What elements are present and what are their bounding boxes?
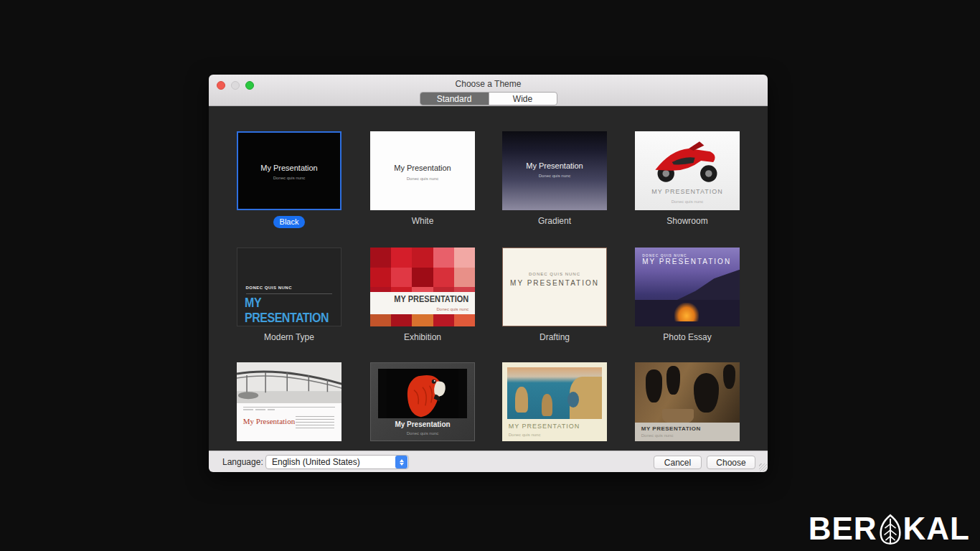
- sea-stack: [542, 394, 553, 415]
- thumb-title: MY PRESENTATION: [641, 425, 701, 432]
- bowl: [662, 409, 694, 422]
- theme-label-gradient: Gradient: [502, 216, 607, 226]
- thumb-subtitle: Donec quis nunc: [370, 176, 475, 181]
- theme-thumb-exhibition[interactable]: MY PRESENTATION Donec quis nunc: [370, 248, 475, 326]
- thumb-subtitle: Donec quis nunc: [371, 431, 474, 435]
- zoom-button[interactable]: [245, 81, 254, 90]
- thumb-title: MY PRESENTATION: [503, 279, 606, 287]
- tab-standard[interactable]: Standard: [420, 93, 489, 105]
- vase: [694, 373, 719, 413]
- thumb-title: MY PRESENTATION: [394, 294, 468, 303]
- coast-image: [507, 367, 601, 420]
- thumb-title: My Presentation: [502, 161, 607, 170]
- vase: [666, 366, 680, 395]
- dropdown-arrows-icon: [395, 456, 407, 468]
- thumb-subtitle: Donec quis nunc: [641, 433, 733, 438]
- language-label: Language:: [222, 457, 263, 467]
- thumb-subtitle: Donec quis nunc: [635, 199, 740, 204]
- theme-label-white: White: [370, 216, 475, 226]
- size-segmented-control: Standard Wide: [420, 92, 557, 105]
- thumb-kicker: DONEC QUIS NUNC: [642, 253, 687, 258]
- sea-stack: [515, 387, 528, 413]
- thumb-subtitle: Donec quis nunc: [509, 433, 600, 437]
- body-text-block: [296, 416, 334, 430]
- thumb-subtitle: Donec quis nunc: [238, 176, 340, 180]
- divider: [243, 407, 335, 408]
- window-title: Choose a Theme: [209, 75, 768, 89]
- choose-button[interactable]: Choose: [707, 456, 755, 469]
- theme-thumb-coastal[interactable]: MY PRESENTATION Donec quis nunc: [502, 362, 607, 441]
- language-value: English (United States): [266, 457, 395, 467]
- thumb-title: MY PRESENTATION: [635, 188, 740, 195]
- leaf-icon: [878, 514, 903, 545]
- thumb-subtitle: Donec quis nunc: [370, 307, 468, 311]
- cancel-button[interactable]: Cancel: [654, 456, 702, 469]
- watermark-text-right: KAL: [903, 511, 970, 547]
- theme-label-showroom: Showroom: [635, 216, 740, 226]
- vase: [723, 364, 736, 388]
- thumb-title: My Presentation: [370, 164, 475, 172]
- red-mosaic-image: [370, 248, 475, 326]
- glowing-tent: [674, 303, 699, 321]
- selected-theme-badge: Black: [273, 216, 306, 228]
- watermark-text-left: BER: [809, 511, 877, 547]
- resize-grip[interactable]: [759, 463, 767, 471]
- dialog-footer: Language: English (United States) Cancel…: [209, 451, 768, 472]
- divider: [246, 293, 333, 294]
- berokal-watermark: BER KAL: [809, 511, 970, 547]
- thumb-title: My Presentation: [243, 417, 295, 425]
- thumb-title: MY PRESENTATION: [509, 423, 580, 430]
- minimize-button[interactable]: [231, 81, 240, 90]
- theme-thumb-drafting[interactable]: DONEC QUIS NUNC MY PRESENTATION: [502, 248, 607, 326]
- theme-grid: My Presentation Donec quis nunc My Prese…: [209, 106, 768, 451]
- thumb-title: My Presentation: [238, 164, 340, 172]
- pottery-image: [635, 362, 740, 423]
- parrot-photo-frame: [378, 369, 467, 418]
- tiny-caption: [243, 409, 275, 410]
- thumb-kicker: DONEC QUIS NUNC: [246, 286, 293, 290]
- theme-thumb-artisan[interactable]: MY PRESENTATION Donec quis nunc: [635, 362, 740, 441]
- choose-theme-dialog: Choose a Theme Standard Wide My Presenta…: [209, 75, 768, 472]
- tab-wide[interactable]: Wide: [489, 93, 557, 105]
- theme-thumb-white[interactable]: My Presentation Donec quis nunc: [370, 131, 475, 210]
- thumb-title: My Presentation: [371, 420, 474, 428]
- parrot-image: [378, 369, 467, 418]
- theme-thumb-editorial[interactable]: My Presentation: [237, 362, 341, 441]
- vase: [646, 369, 662, 402]
- theme-thumb-black[interactable]: My Presentation Donec quis nunc: [237, 131, 341, 210]
- thumb-title: MY PRESENTATION: [245, 296, 341, 325]
- theme-label-black: Black: [237, 216, 341, 228]
- title-bar: Choose a Theme Standard Wide: [209, 75, 768, 106]
- theme-label-photo-essay: Photo Essay: [635, 332, 740, 342]
- theme-label-modern-type: Modern Type: [237, 332, 341, 342]
- language-dropdown[interactable]: English (United States): [265, 455, 409, 469]
- theme-label-exhibition: Exhibition: [370, 332, 475, 342]
- thumb-kicker: DONEC QUIS NUNC: [503, 272, 606, 276]
- theme-thumb-modern-type[interactable]: DONEC QUIS NUNC MY PRESENTATION: [237, 248, 341, 326]
- theme-thumb-showroom[interactable]: MY PRESENTATION Donec quis nunc: [635, 131, 740, 210]
- theme-thumb-gradient[interactable]: My Presentation Donec quis nunc: [502, 131, 607, 210]
- theme-thumb-photo-essay[interactable]: DONEC QUIS NUNC MY PRESENTATION: [635, 248, 740, 326]
- theme-thumb-photo-portfolio[interactable]: My Presentation Donec quis nunc: [370, 362, 475, 441]
- thumb-subtitle: Donec quis nunc: [502, 174, 607, 178]
- close-button[interactable]: [217, 81, 225, 90]
- thumb-title: MY PRESENTATION: [642, 258, 731, 265]
- theme-label-drafting: Drafting: [502, 332, 607, 342]
- bridge-image: [237, 362, 341, 403]
- motorcycle-image: [649, 138, 726, 184]
